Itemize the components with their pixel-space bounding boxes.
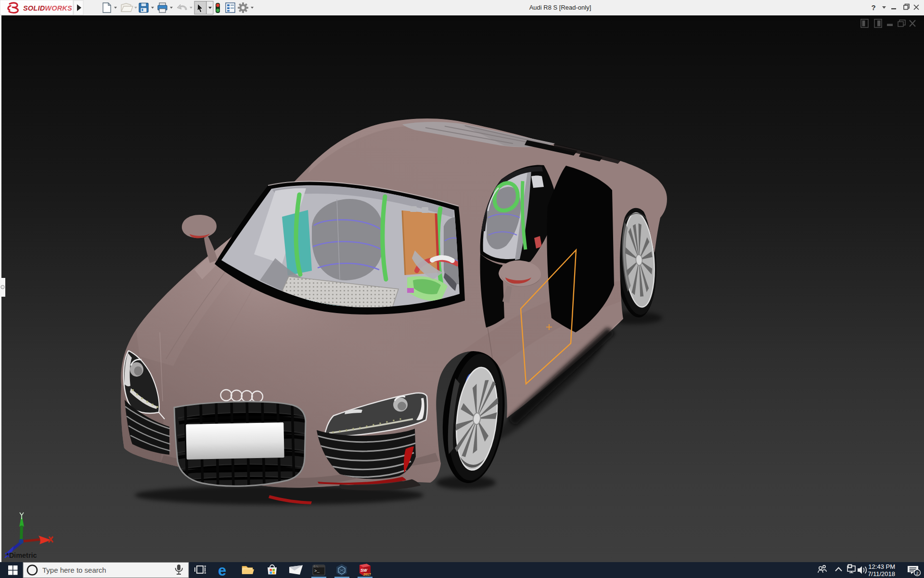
svg-text:12:43 PM: 12:43 PM: [868, 563, 895, 570]
svg-text:2: 2: [916, 570, 918, 576]
svg-text:Audi R8 S [Read-only]: Audi R8 S [Read-only]: [529, 4, 591, 11]
svg-text:Type here to search: Type here to search: [42, 566, 106, 574]
svg-text:SW: SW: [360, 568, 368, 573]
svg-text:7/11/2018: 7/11/2018: [868, 570, 895, 578]
svg-text:*Dimetric: *Dimetric: [6, 552, 37, 559]
svg-text:SOLIDWORKS: SOLIDWORKS: [23, 4, 72, 12]
svg-text:>_: >_: [314, 569, 320, 574]
svg-text:C:\.: C:\.: [314, 565, 319, 568]
svg-text:2017: 2017: [363, 573, 371, 576]
svg-text:e: e: [218, 562, 226, 578]
svg-text:?: ?: [871, 3, 875, 12]
